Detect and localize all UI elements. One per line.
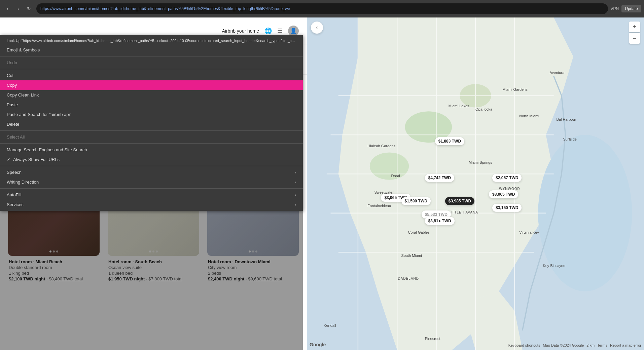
price-badge-3065-2[interactable]: $3,065 TWD [489,190,518,198]
divider-6 [0,188,303,189]
price-badge-381x[interactable]: $3,81● TWD [425,217,455,225]
price-badge-1590[interactable]: $1,590 TWD [401,197,431,205]
header-right: Airbnb your home 🌐 ☰ 👤 [222,26,299,36]
back-button[interactable]: ‹ [3,4,12,13]
divider-4 [0,143,303,144]
url-text: https://www.airbnb.com/s/miami/homes?tab… [40,6,604,11]
map-svg [307,17,644,350]
divider-3 [0,130,303,131]
svg-point-5 [370,152,409,180]
context-menu-item-manage-search[interactable]: Manage Search Engines and Site Search [0,145,303,155]
context-menu-item-paste[interactable]: Paste [0,100,303,110]
price-badge-3150[interactable]: $3,150 TWD [492,204,522,212]
forward-button[interactable]: › [13,4,23,13]
address-bar[interactable]: https://www.airbnb.com/s/miami/homes?tab… [36,3,608,14]
context-menu-item-lookup[interactable]: Look Up "https://www.airbnb.com/s/miami/… [0,36,303,45]
nav-buttons: ‹ › ↻ [3,4,34,13]
price-badge-3985[interactable]: $3,985 TWD [445,197,474,205]
context-menu-item-speech[interactable]: Speech › [0,167,303,177]
price-badge-1883[interactable]: $1,883 TWD [435,137,464,145]
update-button[interactable]: Update [621,5,641,12]
globe-icon[interactable]: 🌐 [264,27,272,35]
refresh-button[interactable]: ↻ [24,4,34,13]
map-container[interactable]: Aventura Miami Gardens Bal Harbour Opa-l… [307,17,644,350]
left-panel: Look Up "https://www.airbnb.com/s/miami/… [0,17,307,350]
map-back-button[interactable]: ‹ [311,22,323,34]
vpn-label: VPN [611,6,619,11]
divider-2 [0,69,303,69]
context-menu-item-copy-clean[interactable]: Copy Clean Link [0,90,303,100]
browser-right: VPN Update [611,5,641,12]
divider-5 [0,166,303,166]
map-controls-left: ‹ [311,22,323,34]
zoom-out-button[interactable]: − [629,33,640,44]
divider-1 [0,56,303,56]
context-menu-item-copy[interactable]: Copy [0,80,303,90]
context-menu-item-always-full[interactable]: ✓Always Show Full URLs [0,155,303,164]
map-zoom-controls: + − [629,22,640,44]
price-badge-4742[interactable]: $4,742 TWD [425,174,454,182]
context-menu: Look Up "https://www.airbnb.com/s/miami/… [0,35,303,211]
context-menu-item-writing[interactable]: Writing Direction › [0,177,303,187]
airbnb-home-link[interactable]: Airbnb your home [222,28,259,34]
context-menu-item-undo: Undo [0,58,303,68]
avatar[interactable]: 👤 [288,26,299,36]
context-menu-item-paste-search[interactable]: Paste and Search for "airbnb api" [0,110,303,119]
map-panel: Aventura Miami Gardens Bal Harbour Opa-l… [307,17,644,350]
context-menu-item-select-all: Select All [0,132,303,142]
price-badge-2057[interactable]: $2,057 TWD [492,174,522,182]
context-menu-overlay: Look Up "https://www.airbnb.com/s/miami/… [0,35,303,350]
context-menu-item-delete[interactable]: Delete [0,119,303,129]
hamburger-icon[interactable]: ☰ [277,27,283,35]
context-menu-item-emoji[interactable]: Emoji & Symbols [0,45,303,55]
main-content: Look Up "https://www.airbnb.com/s/miami/… [0,17,644,350]
context-menu-item-services[interactable]: Services › [0,200,303,209]
zoom-in-button[interactable]: + [629,22,640,32]
browser-chrome: ‹ › ↻ https://www.airbnb.com/s/miami/hom… [0,0,644,17]
svg-point-2 [538,135,632,291]
context-menu-item-autofill[interactable]: AutoFill › [0,190,303,200]
context-menu-item-cut[interactable]: Cut [0,71,303,80]
